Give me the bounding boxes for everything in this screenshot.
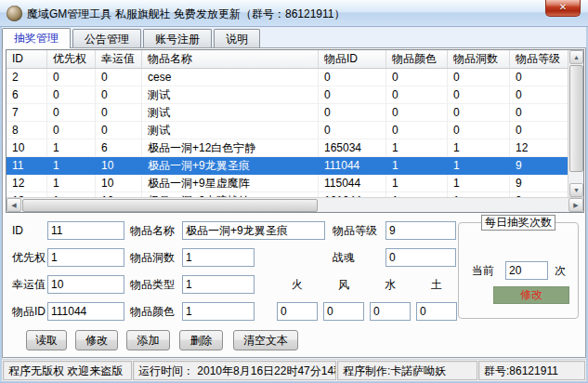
cell-luck: 0: [96, 86, 142, 104]
tab-label: 账号注册: [155, 33, 200, 46]
scroll-right-icon[interactable]: ▶: [568, 198, 583, 212]
daily-draws-groupbox: 每日抽奖次数 当前 次 修改: [458, 222, 579, 319]
modify-button[interactable]: 修改: [75, 330, 118, 350]
column-header-item-id[interactable]: 物品ID: [319, 50, 386, 68]
cell-item-color: 1: [386, 157, 448, 175]
table-row[interactable]: 12 1 10 极品一洞+9星虚魔阵 115044 1 1 9: [7, 175, 568, 192]
element-fire-label: 火: [277, 275, 318, 294]
tab-lottery-manage[interactable]: 抽奖管理: [2, 28, 71, 48]
cell-item-id: 0: [319, 122, 386, 139]
cell-luck: 10: [96, 175, 142, 192]
item-holes-field[interactable]: [182, 248, 255, 267]
tab-label: 说明: [226, 33, 248, 46]
table-vertical-scrollbar[interactable]: ▲ ▼: [568, 50, 583, 197]
cell-item-holes: 0: [448, 86, 510, 104]
scroll-left-icon[interactable]: ◀: [7, 198, 21, 212]
cell-luck: 0: [96, 69, 142, 86]
cell-item-color: 1: [386, 139, 448, 157]
cell-item-id: 0: [319, 104, 386, 122]
cell-item-holes: 0: [448, 104, 510, 122]
scroll-down-icon[interactable]: ▼: [569, 183, 583, 197]
window-title: 魔域GM管理工具 私服旗舰社 免费发放更新（群号：86121911）: [27, 7, 346, 22]
tab-help[interactable]: 说明: [214, 29, 260, 48]
cell-priority: 0: [47, 69, 96, 86]
element-water-field[interactable]: [370, 302, 411, 321]
column-header-item-name[interactable]: 物品名称: [142, 50, 319, 68]
tab-page-lottery: ID 优先权 幸运值 物品名称 物品ID 物品颜色 物品洞数 物品等级 2 0 …: [2, 47, 586, 358]
cell-item-name: 极品一洞+9星虚魔阵: [142, 175, 319, 192]
table-row-selected[interactable]: 11 1 10 极品一洞+9龙翼圣痕 111044 1 1 9: [7, 157, 568, 175]
element-water-label: 水: [370, 275, 411, 294]
item-color-label: 物品颜色: [130, 302, 175, 321]
cell-priority: 0: [47, 104, 96, 122]
cell-priority: 0: [47, 122, 96, 139]
cell-item-name: 极品一洞+9龙翼圣痕: [142, 157, 319, 175]
title-bar[interactable]: 魔域GM管理工具 私服旗舰社 免费发放更新（群号：86121911） ✕: [0, 0, 588, 27]
read-button[interactable]: 读取: [26, 330, 67, 350]
element-wind-field[interactable]: [323, 302, 364, 321]
scroll-up-icon[interactable]: ▲: [569, 50, 583, 64]
column-header-item-color[interactable]: 物品颜色: [386, 50, 448, 68]
table-row[interactable]: 2 0 0 cese 0 0 0 0: [7, 69, 568, 86]
table-row[interactable]: 10 1 6 极品一洞+12白色宁静 165034 1 1 12: [7, 139, 568, 157]
app-window: 魔域GM管理工具 私服旗舰社 免费发放更新（群号：86121911） ✕ 抽奖管…: [0, 0, 588, 383]
priority-field[interactable]: [47, 248, 124, 267]
horizontal-scroll-thumb[interactable]: [22, 199, 318, 212]
id-label: ID: [12, 221, 23, 240]
delete-button[interactable]: 删除: [179, 330, 223, 350]
element-fire-field[interactable]: [277, 302, 318, 321]
war-soul-field[interactable]: [385, 248, 456, 267]
column-header-item-holes[interactable]: 物品洞数: [448, 50, 510, 68]
close-icon: ✕: [559, 2, 567, 12]
item-id-field[interactable]: [47, 302, 124, 321]
tab-announcement-manage[interactable]: 公告管理: [72, 29, 141, 48]
luck-label: 幸运值: [12, 275, 46, 294]
table-row[interactable]: 7 0 0 测试 0 0 0 0: [7, 104, 568, 122]
war-soul-label: 战魂: [333, 248, 355, 267]
cell-id: 7: [7, 104, 47, 122]
cell-item-name: 测试: [142, 104, 319, 122]
status-runtime: 运行时间： 2010年8月16日22时47分14秒: [133, 361, 336, 380]
cell-item-level: 12: [510, 139, 568, 157]
current-label: 当前: [472, 261, 494, 280]
tab-account-register[interactable]: 账号注册: [143, 29, 212, 48]
item-type-field[interactable]: [182, 275, 255, 294]
cell-item-color: 0: [386, 122, 448, 139]
id-field[interactable]: [47, 221, 124, 240]
cell-item-name: 极品一洞+12白色宁静: [142, 139, 319, 157]
column-header-item-level[interactable]: 物品等级: [510, 50, 568, 68]
cell-item-level: 9: [510, 157, 568, 175]
cell-item-id: 165034: [319, 139, 386, 157]
column-header-priority[interactable]: 优先权: [47, 50, 96, 68]
item-level-label: 物品等级: [333, 221, 377, 240]
close-button[interactable]: ✕: [545, 0, 581, 17]
app-icon: [7, 6, 22, 21]
daily-modify-button[interactable]: 修改: [493, 286, 569, 304]
items-table: ID 优先权 幸运值 物品名称 物品ID 物品颜色 物品洞数 物品等级 2 0 …: [6, 49, 584, 213]
element-earth-field[interactable]: [416, 302, 457, 321]
daily-draws-field[interactable]: [505, 261, 548, 280]
column-header-id[interactable]: ID: [7, 50, 47, 68]
table-horizontal-scrollbar[interactable]: ◀ ▶: [7, 197, 583, 212]
table-row[interactable]: 6 0 0 测试 0 0 0 0: [7, 86, 568, 104]
item-id-label: 物品ID: [12, 302, 46, 321]
vertical-scroll-thumb[interactable]: [569, 65, 583, 172]
add-button[interactable]: 添加: [126, 330, 170, 350]
column-header-luck[interactable]: 幸运值: [96, 50, 142, 68]
cell-item-id: 111044: [319, 157, 386, 175]
luck-field[interactable]: [47, 275, 124, 294]
cell-item-level: 0: [510, 86, 568, 104]
table-row[interactable]: 8 0 0 测试 0 0 0 0: [7, 122, 568, 139]
cell-item-color: 0: [386, 104, 448, 122]
item-color-field[interactable]: [182, 302, 255, 321]
clear-text-button[interactable]: 清空文本: [233, 330, 298, 350]
cell-item-level: 0: [510, 122, 568, 139]
cell-item-id: 115044: [319, 175, 386, 192]
cell-item-name: 测试: [142, 86, 319, 104]
cell-id: 6: [7, 86, 47, 104]
item-name-field[interactable]: [182, 221, 325, 240]
table-header-row: ID 优先权 幸运值 物品名称 物品ID 物品颜色 物品洞数 物品等级: [7, 50, 568, 69]
item-level-field[interactable]: [385, 221, 456, 240]
cell-item-level: 9: [510, 175, 568, 192]
cell-item-color: 1: [386, 175, 448, 192]
